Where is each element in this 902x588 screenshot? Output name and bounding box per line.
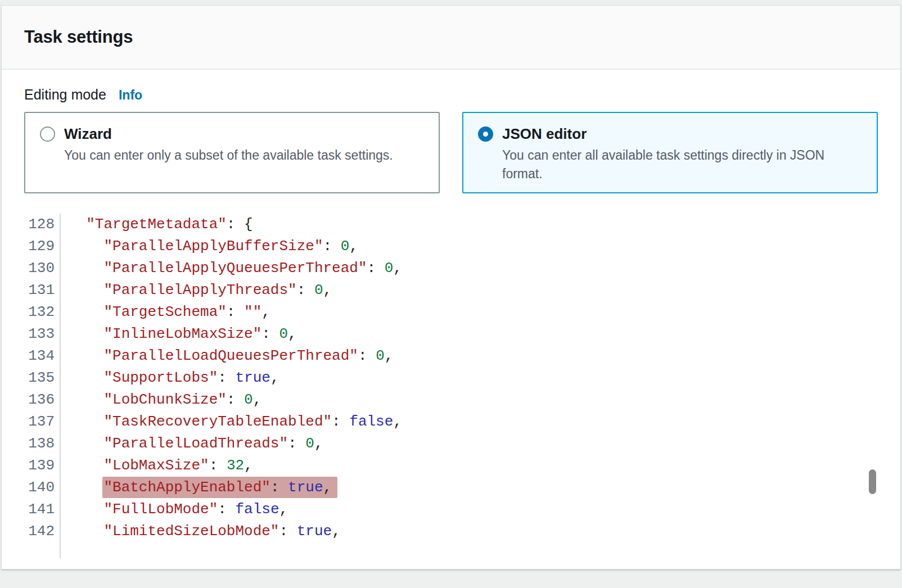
line-number: 129 <box>2 236 61 257</box>
code-text: "TargetMetadata": { <box>61 214 253 236</box>
tile-wizard-description: You can enter only a subset of the avail… <box>64 146 425 165</box>
info-link[interactable]: Info <box>119 88 142 103</box>
line-number: 134 <box>2 345 61 367</box>
code-text: "ParallelLoadThreads": 0, <box>61 433 323 455</box>
code-line[interactable]: 138 "ParallelLoadThreads": 0, <box>2 433 900 455</box>
scrollbar-thumb[interactable] <box>869 469 876 494</box>
code-line[interactable]: 135 "SupportLobs": true, <box>2 367 900 389</box>
line-number: 131 <box>2 279 61 301</box>
code-text: "LimitedSizeLobMode": true, <box>61 521 341 542</box>
radio-wizard[interactable] <box>40 126 55 142</box>
code-text: "SupportLobs": true, <box>61 367 279 389</box>
line-number: 139 <box>2 455 61 477</box>
line-number: 138 <box>2 433 61 455</box>
code-line[interactable]: 132 "TargetSchema": "", <box>2 301 900 323</box>
line-number: 140 <box>2 477 61 499</box>
code-text: "TargetSchema": "", <box>61 301 270 323</box>
line-number: 137 <box>2 411 61 433</box>
code-text: "ParallelApplyQueuesPerThread": 0, <box>61 257 402 279</box>
line-number: 132 <box>2 301 61 323</box>
json-editor-pane[interactable]: 128 "TargetMetadata": {129 "ParallelAppl… <box>2 214 900 558</box>
tile-json-editor-label: JSON editor <box>502 125 587 143</box>
line-number: 135 <box>2 367 61 389</box>
gutter-extender <box>2 542 900 558</box>
code-line[interactable]: 141 "FullLobMode": false, <box>2 499 900 521</box>
line-number: 136 <box>2 389 61 411</box>
editing-mode-row: Editing mode Info <box>24 87 878 103</box>
line-number: 128 <box>2 214 61 236</box>
code-text: "BatchApplyEnabled": true, <box>61 477 337 499</box>
code-text: "LobMaxSize": 32, <box>61 455 253 477</box>
code-line[interactable]: 133 "InlineLobMaxSize": 0, <box>2 323 900 345</box>
panel-header: Task settings <box>2 6 900 70</box>
editing-mode-label: Editing mode <box>24 87 106 103</box>
code-text: "TaskRecoveryTableEnabled": false, <box>61 411 402 433</box>
code-text: "ParallelApplyThreads": 0, <box>61 279 332 301</box>
line-number: 142 <box>2 521 61 542</box>
line-number <box>2 542 61 558</box>
code-line[interactable]: 129 "ParallelApplyBufferSize": 0, <box>2 236 900 257</box>
tile-json-editor-description: You can enter all available task setting… <box>502 146 863 183</box>
code-line[interactable]: 136 "LobChunkSize": 0, <box>2 389 900 411</box>
code-text: "ParallelApplyBufferSize": 0, <box>61 236 358 257</box>
editing-mode-tile-json-editor[interactable]: JSON editor You can enter all available … <box>462 112 878 193</box>
code-line[interactable]: 137 "TaskRecoveryTableEnabled": false, <box>2 411 900 433</box>
line-number: 133 <box>2 323 61 345</box>
code-line[interactable]: 130 "ParallelApplyQueuesPerThread": 0, <box>2 257 900 279</box>
editing-mode-tile-wizard[interactable]: Wizard You can enter only a subset of th… <box>24 112 440 193</box>
code-line[interactable]: 134 "ParallelLoadQueuesPerThread": 0, <box>2 345 900 367</box>
code-line[interactable]: 128 "TargetMetadata": { <box>2 214 900 236</box>
editing-mode-tiles: Wizard You can enter only a subset of th… <box>24 112 878 193</box>
code-line[interactable]: 131 "ParallelApplyThreads": 0, <box>2 279 900 301</box>
code-text: "LobChunkSize": 0, <box>61 389 261 411</box>
radio-json-editor[interactable] <box>478 126 493 142</box>
tile-wizard-label: Wizard <box>64 125 112 143</box>
highlighted-code: "BatchApplyEnabled": true, <box>102 477 337 498</box>
code-text: "ParallelLoadQueuesPerThread": 0, <box>61 345 393 367</box>
task-settings-panel: Task settings Editing mode Info Wizard Y… <box>1 5 901 569</box>
code-text: "FullLobMode": false, <box>61 499 288 521</box>
line-number: 130 <box>2 257 61 279</box>
code-line[interactable]: 142 "LimitedSizeLobMode": true, <box>2 521 900 542</box>
code-line[interactable]: 140 "BatchApplyEnabled": true, <box>2 477 900 499</box>
panel-title: Task settings <box>24 27 133 47</box>
code-text: "InlineLobMaxSize": 0, <box>61 323 297 345</box>
line-number: 141 <box>2 499 61 521</box>
code-line[interactable]: 139 "LobMaxSize": 32, <box>2 455 900 477</box>
